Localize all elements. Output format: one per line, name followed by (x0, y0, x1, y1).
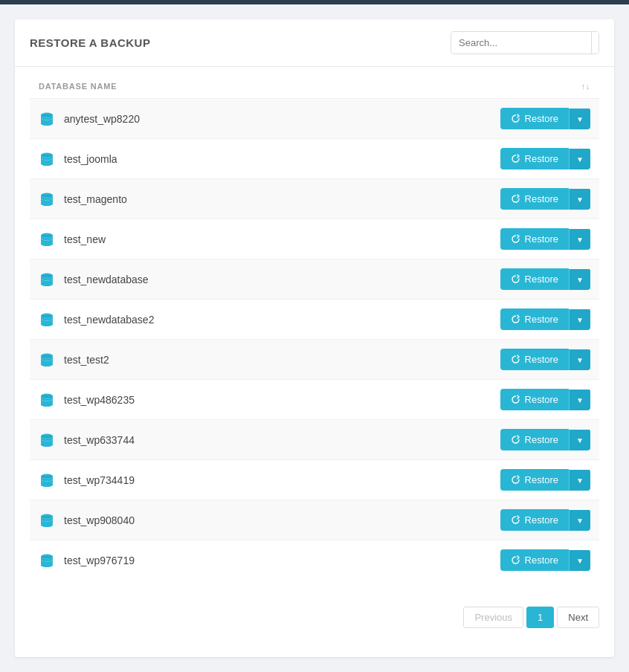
table-row: test_test2 Restore ▼ (30, 340, 599, 380)
database-name: test_wp976719 (64, 555, 500, 566)
restore-icon (511, 475, 520, 485)
table-row: test_joomla Restore ▼ (30, 139, 599, 179)
database-icon (39, 111, 55, 127)
database-icon (39, 432, 55, 448)
restore-button-group: Restore ▼ (500, 308, 590, 330)
restore-dropdown-button[interactable]: ▼ (569, 550, 590, 571)
database-name: test_joomla (64, 153, 500, 165)
chevron-down-icon: ▼ (576, 396, 584, 404)
database-icon (39, 472, 55, 488)
database-name: test_wp486235 (64, 394, 500, 406)
restore-dropdown-button[interactable]: ▼ (569, 229, 590, 250)
database-icon (39, 271, 55, 288)
restore-button-group: Restore ▼ (500, 509, 590, 531)
restore-main-button[interactable]: Restore (500, 148, 570, 169)
table-row: test_wp486235 Restore ▼ (30, 380, 599, 420)
restore-dropdown-button[interactable]: ▼ (569, 390, 590, 410)
database-icon (39, 392, 55, 408)
pagination: Previous 1 Next (15, 595, 614, 640)
search-input[interactable] (451, 33, 591, 53)
svg-point-4 (41, 121, 53, 126)
restore-main-button[interactable]: Restore (500, 509, 570, 531)
restore-icon (511, 395, 520, 404)
database-icon (39, 191, 55, 207)
restore-button-group: Restore ▼ (500, 108, 590, 129)
database-icon (39, 552, 55, 569)
database-name: test_new (64, 233, 500, 245)
sort-arrows: ↑↓ (581, 82, 590, 91)
restore-button-group: Restore ▼ (500, 549, 590, 571)
restore-button-group: Restore ▼ (500, 389, 590, 410)
restore-icon (511, 154, 520, 164)
svg-point-10 (41, 201, 53, 206)
search-button[interactable] (591, 32, 599, 54)
restore-icon (511, 274, 520, 284)
restore-main-button[interactable]: Restore (500, 549, 570, 571)
restore-main-button[interactable]: Restore (500, 228, 570, 250)
restore-icon (511, 314, 520, 324)
restore-icon (511, 194, 520, 204)
table-row: test_new Restore ▼ (30, 219, 599, 259)
database-name: test_wp734419 (64, 474, 500, 486)
chevron-down-icon: ▼ (576, 436, 584, 445)
svg-point-16 (41, 282, 53, 286)
table-body: anytest_wp8220 Restore ▼ (30, 99, 599, 580)
card: RESTORE A BACKUP DATABASE NAME ↑↓ (15, 19, 614, 657)
search-box (451, 31, 599, 54)
chevron-down-icon: ▼ (576, 316, 584, 324)
top-bar (0, 0, 629, 4)
sort-button[interactable]: ↑↓ (581, 82, 590, 91)
restore-main-button[interactable]: Restore (500, 308, 570, 330)
restore-button-group: Restore ▼ (500, 469, 590, 491)
restore-button-group: Restore ▼ (500, 148, 590, 169)
svg-point-37 (41, 563, 53, 567)
table-row: test_wp633744 Restore ▼ (30, 420, 599, 460)
restore-main-button[interactable]: Restore (500, 349, 570, 370)
database-name: anytest_wp8220 (64, 113, 500, 125)
svg-point-31 (41, 482, 53, 487)
main-container: RESTORE A BACKUP DATABASE NAME ↑↓ (0, 0, 629, 672)
restore-main-button[interactable]: Restore (500, 429, 570, 450)
page-1-button[interactable]: 1 (526, 607, 554, 628)
card-header: RESTORE A BACKUP (15, 19, 614, 67)
previous-button[interactable]: Previous (463, 607, 523, 628)
database-name: test_test2 (64, 354, 500, 366)
restore-dropdown-button[interactable]: ▼ (569, 309, 590, 330)
table-container: DATABASE NAME ↑↓ anytest_wp8220 (15, 67, 614, 595)
restore-button-group: Restore ▼ (500, 429, 590, 450)
table-row: test_wp908040 Restore ▼ (30, 500, 599, 540)
restore-main-button[interactable]: Restore (500, 389, 570, 410)
chevron-down-icon: ▼ (576, 557, 584, 565)
database-icon (39, 352, 55, 368)
restore-dropdown-button[interactable]: ▼ (569, 109, 590, 129)
restore-dropdown-button[interactable]: ▼ (569, 470, 590, 491)
restore-main-button[interactable]: Restore (500, 469, 570, 491)
restore-main-button[interactable]: Restore (500, 268, 570, 290)
table-header: DATABASE NAME ↑↓ (30, 74, 599, 99)
database-name: test_newdatabase2 (64, 314, 500, 326)
restore-button-group: Restore ▼ (500, 228, 590, 250)
restore-dropdown-button[interactable]: ▼ (569, 269, 590, 290)
database-icon (39, 151, 55, 167)
chevron-down-icon: ▼ (576, 356, 584, 364)
chevron-down-icon: ▼ (576, 476, 584, 485)
svg-point-19 (41, 322, 53, 326)
restore-dropdown-button[interactable]: ▼ (569, 430, 590, 450)
next-button[interactable]: Next (557, 607, 599, 628)
database-icon (39, 512, 55, 529)
chevron-down-icon: ▼ (576, 115, 584, 123)
database-name: test_newdatabase (64, 274, 500, 285)
svg-point-28 (41, 442, 53, 447)
page-title: RESTORE A BACKUP (30, 36, 150, 49)
table-row: test_magento Restore ▼ (30, 179, 599, 219)
table-row: test_wp734419 Restore ▼ (30, 460, 599, 500)
restore-dropdown-button[interactable]: ▼ (569, 349, 590, 370)
column-name-header: DATABASE NAME (39, 82, 581, 91)
restore-dropdown-button[interactable]: ▼ (569, 149, 590, 169)
restore-dropdown-button[interactable]: ▼ (569, 189, 590, 210)
restore-main-button[interactable]: Restore (500, 188, 570, 210)
restore-dropdown-button[interactable]: ▼ (569, 510, 590, 531)
database-name: test_wp908040 (64, 514, 500, 526)
restore-main-button[interactable]: Restore (500, 108, 570, 129)
chevron-down-icon: ▼ (576, 517, 584, 525)
